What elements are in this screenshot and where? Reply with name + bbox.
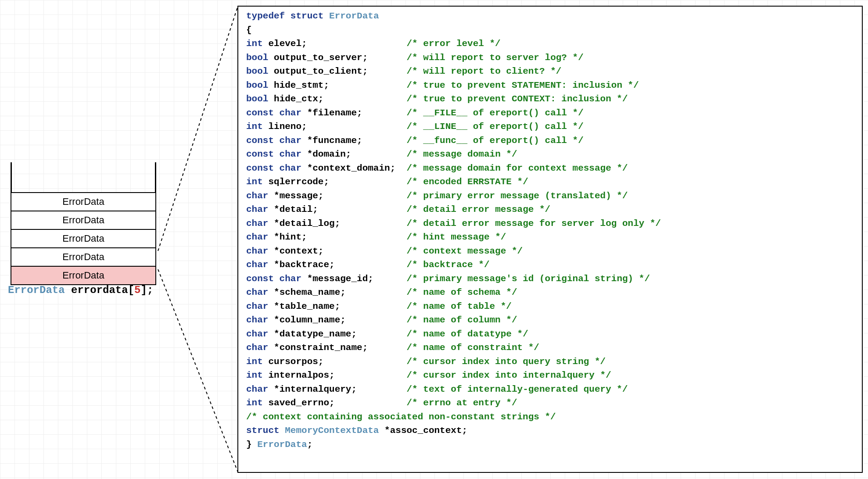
struct-field-11: char *message; /* primary error message … [246, 189, 854, 203]
struct-field-4: bool hide_ctx; /* true to prevent CONTEX… [246, 92, 854, 106]
struct-field-15: char *context; /* context message */ [246, 244, 854, 258]
stack-open-top [11, 162, 156, 193]
code-brace-open: { [246, 23, 854, 37]
code-assoc-context: struct MemoryContextData *assoc_context; [246, 424, 854, 438]
code-tail-comment: /* context containing associated non-con… [246, 410, 854, 424]
code-typedef-line: typedef struct ErrorData [246, 9, 854, 23]
struct-definition-box: typedef struct ErrorData { int elevel; /… [237, 6, 863, 473]
struct-field-8: const char *domain; /* message domain */ [246, 147, 854, 161]
array-type: ErrorData [8, 284, 65, 296]
struct-field-21: char *datatype_name; /* name of datatype… [246, 327, 854, 341]
struct-field-20: char *column_name; /* name of column */ [246, 313, 854, 327]
struct-field-24: int internalpos; /* cursor index into in… [246, 368, 854, 382]
struct-field-10: int sqlerrcode; /* encoded ERRSTATE */ [246, 175, 854, 189]
struct-field-17: const char *message_id; /* primary messa… [246, 272, 854, 286]
struct-field-5: const char *filename; /* __FILE__ of ere… [246, 106, 854, 120]
stack-cell-3: ErrorData [11, 247, 156, 267]
struct-field-12: char *detail; /* detail error message */ [246, 203, 854, 217]
struct-field-13: char *detail_log; /* detail error messag… [246, 217, 854, 231]
struct-field-23: int cursorpos; /* cursor index into quer… [246, 355, 854, 369]
struct-field-16: char *backtrace; /* backtrace */ [246, 258, 854, 272]
struct-field-19: char *table_name; /* name of table */ [246, 300, 854, 314]
array-size: 5 [134, 284, 140, 296]
struct-field-26: int saved_errno; /* errno at entry */ [246, 396, 854, 410]
struct-field-6: int lineno; /* __LINE__ of ereport() cal… [246, 120, 854, 134]
errordata-stack: ErrorData ErrorData ErrorData ErrorData … [11, 162, 156, 285]
stack-cell-2: ErrorData [11, 229, 156, 248]
svg-line-1 [158, 269, 238, 472]
struct-field-7: const char *funcname; /* __func__ of ere… [246, 134, 854, 148]
stack-cell-1: ErrorData [11, 211, 156, 230]
struct-field-2: bool output_to_client; /* will report to… [246, 64, 854, 79]
struct-field-0: int elevel; /* error level */ [246, 37, 854, 51]
struct-field-22: char *constraint_name; /* name of constr… [246, 341, 854, 355]
struct-fields: int elevel; /* error level */bool output… [246, 37, 854, 410]
stack-cell-4: ErrorData [11, 266, 156, 285]
struct-field-25: char *internalquery; /* text of internal… [246, 382, 854, 397]
stack-cell-0: ErrorData [11, 192, 156, 211]
svg-line-0 [158, 6, 238, 251]
struct-field-14: char *hint; /* hint message */ [246, 230, 854, 244]
struct-field-18: char *schema_name; /* name of schema */ [246, 286, 854, 300]
array-name: errordata [71, 284, 128, 296]
struct-field-1: bool output_to_server; /* will report to… [246, 51, 854, 65]
code-brace-close: } ErrorData; [246, 438, 854, 452]
array-declaration: ErrorData errordata[5]; [8, 284, 153, 296]
struct-field-9: const char *context_domain; /* message d… [246, 161, 854, 175]
struct-field-3: bool hide_stmt; /* true to prevent STATE… [246, 79, 854, 93]
